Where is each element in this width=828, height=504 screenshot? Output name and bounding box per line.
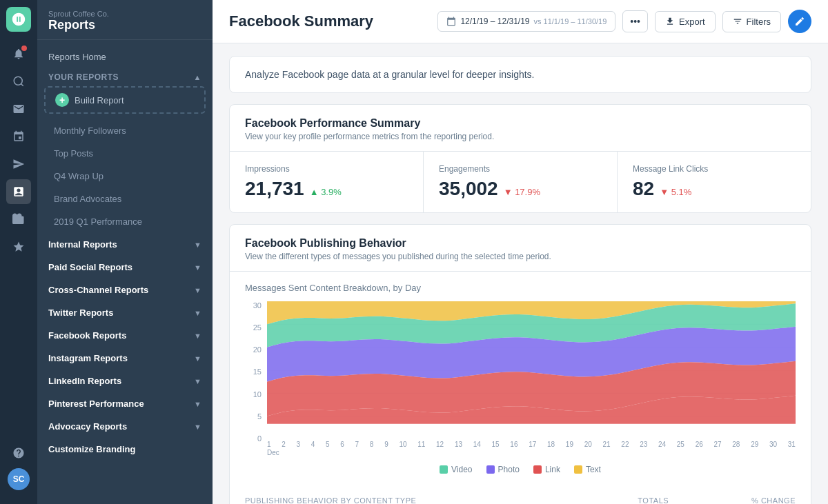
impressions-value: 21,731 [245, 178, 304, 200]
link-clicks-change: ▼ 5.1% [660, 187, 691, 197]
build-report-button[interactable]: + Build Report [44, 86, 206, 114]
video-color [440, 465, 448, 474]
publishing-behavior-card: Facebook Publishing Behavior View the di… [229, 224, 811, 504]
sidebar-instagram-reports[interactable]: Instagram Reports ▼ [37, 347, 213, 370]
main-content: Facebook Summary 12/1/19 – 12/31/19 vs 1… [213, 0, 828, 504]
plus-icon: + [55, 93, 69, 107]
sidebar-item-brand-advocates[interactable]: Brand Advocates [37, 188, 213, 210]
date-range-button[interactable]: 12/1/19 – 12/31/19 vs 11/1/19 – 11/30/19 [437, 11, 615, 32]
sidebar-twitter-reports[interactable]: Twitter Reports ▼ [37, 301, 213, 324]
reports-icon[interactable] [6, 179, 31, 204]
performance-card-subtitle: View your key profile performance metric… [245, 132, 796, 141]
legend-photo: Photo [486, 465, 520, 474]
engagements-metric: Engagements 35,002 ▼ 17.9% [424, 152, 618, 212]
sidebar-item-top-posts[interactable]: Top Posts [37, 142, 213, 165]
photo-color [486, 465, 495, 474]
impressions-metric: Impressions 21,731 ▲ 3.9% [230, 152, 424, 212]
publishing-card-subtitle: View the different types of messages you… [245, 252, 796, 261]
link-color [533, 465, 542, 474]
info-text: Analyze Facebook page data at a granular… [245, 69, 535, 80]
sidebar-internal-reports[interactable]: Internal Reports ▼ [37, 233, 213, 256]
content-area: Analyze Facebook page data at a granular… [213, 43, 828, 504]
info-banner: Analyze Facebook page data at a granular… [229, 56, 811, 93]
sidebar-item-monthly-followers[interactable]: Monthly Followers [37, 119, 213, 142]
legend-video: Video [440, 465, 472, 474]
performance-summary-card: Facebook Performance Summary View your k… [229, 104, 811, 213]
publishing-card-header: Facebook Publishing Behavior View the di… [230, 225, 811, 272]
sidebar-item-q4-wrap-up[interactable]: Q4 Wrap Up [37, 165, 213, 188]
content-type-table: Publishing Behavior by Content Type Tota… [230, 485, 811, 504]
sidebar-paid-social-reports[interactable]: Paid Social Reports ▼ [37, 256, 213, 279]
app-logo [6, 7, 31, 32]
link-clicks-label: Message Link Clicks [633, 164, 796, 174]
sidebar-header: Sprout Coffee Co. Reports [37, 0, 213, 40]
chart-legend: Video Photo Link Text [245, 465, 796, 474]
metrics-row: Impressions 21,731 ▲ 3.9% Engagements 35… [230, 152, 811, 212]
publish-icon[interactable] [6, 152, 31, 177]
table-col-change: % Change [751, 496, 796, 504]
filters-button[interactable]: Filters [722, 11, 781, 32]
table-header: Publishing Behavior by Content Type Tota… [245, 496, 796, 504]
header-actions: 12/1/19 – 12/31/19 vs 11/1/19 – 11/30/19… [437, 10, 811, 33]
svg-line-1 [21, 83, 23, 85]
legend-text: Text [574, 465, 601, 474]
performance-card-header: Facebook Performance Summary View your k… [230, 105, 811, 152]
reports-home-link[interactable]: Reports Home [37, 46, 213, 68]
svg-point-0 [14, 77, 22, 85]
your-reports-chevron[interactable]: ▲ [194, 73, 201, 81]
impressions-label: Impressions [245, 164, 408, 174]
sidebar-advocacy-reports[interactable]: Advocacy Reports ▼ [37, 415, 213, 438]
page-title: Facebook Summary [229, 12, 373, 30]
publishing-card-title: Facebook Publishing Behavior [245, 237, 796, 250]
date-range-text: 12/1/19 – 12/31/19 [460, 17, 529, 26]
sidebar-item-2019-q1[interactable]: 2019 Q1 Performance [37, 210, 213, 233]
sidebar: Sprout Coffee Co. Reports Reports Home Y… [37, 0, 213, 504]
vs-range-text: vs 11/1/19 – 11/30/19 [534, 17, 607, 26]
advocacy-icon[interactable] [6, 234, 31, 259]
link-clicks-value: 82 [633, 178, 654, 200]
sidebar-linkedin-reports[interactable]: LinkedIn Reports ▼ [37, 370, 213, 392]
company-name: Sprout Coffee Co. [48, 10, 201, 18]
chart-container: Messages Sent Content Breakdown, by Day … [230, 272, 811, 485]
sidebar-title: Reports [48, 18, 201, 32]
engagements-value: 35,002 [439, 178, 498, 200]
notifications-icon[interactable] [6, 41, 31, 66]
export-button[interactable]: Export [655, 11, 716, 32]
impressions-change: ▲ 3.9% [310, 187, 342, 197]
more-options-button[interactable]: ••• [622, 10, 648, 32]
sidebar-nav: Reports Home Your Reports ▲ + Build Repo… [37, 40, 213, 504]
help-icon[interactable] [6, 441, 31, 465]
edit-button[interactable] [788, 10, 811, 33]
legend-link: Link [533, 465, 560, 474]
sidebar-cross-channel-reports[interactable]: Cross-Channel Reports ▼ [37, 279, 213, 301]
inbox-icon[interactable] [6, 97, 31, 121]
your-reports-section: Your Reports ▲ [37, 68, 213, 83]
engagements-label: Engagements [439, 164, 602, 174]
sidebar-customize-branding[interactable]: Customize Branding [37, 438, 213, 461]
table-col-label: Publishing Behavior by Content Type [245, 496, 416, 504]
area-chart [267, 301, 796, 439]
search-icon[interactable] [6, 69, 31, 94]
sidebar-facebook-reports[interactable]: Facebook Reports ▼ [37, 324, 213, 347]
text-color [574, 465, 582, 474]
main-header: Facebook Summary 12/1/19 – 12/31/19 vs 1… [213, 0, 828, 43]
tasks-icon[interactable] [6, 124, 31, 149]
table-col-totals: Totals [638, 496, 669, 504]
performance-card-title: Facebook Performance Summary [245, 117, 796, 130]
link-clicks-metric: Message Link Clicks 82 ▼ 5.1% [618, 152, 811, 212]
tools-icon[interactable] [6, 207, 31, 232]
icon-bar: SC [0, 0, 37, 504]
sidebar-pinterest-performance[interactable]: Pinterest Performance ▼ [37, 392, 213, 415]
chart-title: Messages Sent Content Breakdown, by Day [245, 283, 796, 293]
user-avatar[interactable]: SC [8, 468, 30, 490]
engagements-change: ▼ 17.9% [504, 187, 540, 197]
